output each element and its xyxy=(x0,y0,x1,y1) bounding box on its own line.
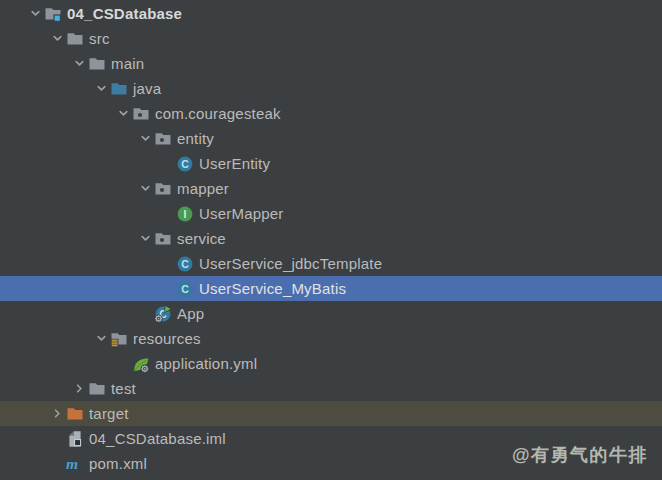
java-class-icon: C xyxy=(176,155,194,173)
svg-text:C: C xyxy=(181,157,189,169)
chevron-right-icon[interactable] xyxy=(70,380,88,398)
tree-item-label: src xyxy=(89,30,110,47)
tree-row-04-csdatabase[interactable]: 04_CSDatabase xyxy=(0,1,662,26)
tree-row-application-yml[interactable]: application.yml xyxy=(0,351,662,376)
package-icon xyxy=(154,130,172,148)
tree-item-label: mapper xyxy=(177,180,229,197)
chevron-down-icon[interactable] xyxy=(136,130,154,148)
tree-row-usermapper[interactable]: IUserMapper xyxy=(0,201,662,226)
tree-row-test[interactable]: test xyxy=(0,376,662,401)
tree-item-label: target xyxy=(89,405,129,422)
chevron-down-icon[interactable] xyxy=(48,30,66,48)
svg-text:m: m xyxy=(66,455,78,472)
chevron-spacer xyxy=(158,155,176,173)
chevron-down-icon[interactable] xyxy=(26,5,44,23)
tree-item-label: application.yml xyxy=(155,355,257,372)
tree-item-label: pom.xml xyxy=(89,455,147,472)
tree-row-service[interactable]: service xyxy=(0,226,662,251)
svg-text:I: I xyxy=(184,207,187,219)
tree-item-label: main xyxy=(111,55,144,72)
package-icon xyxy=(154,180,172,198)
chevron-spacer xyxy=(48,455,66,473)
tree-row-entity[interactable]: entity xyxy=(0,126,662,151)
chevron-right-icon[interactable] xyxy=(48,405,66,423)
tree-item-label: UserService_MyBatis xyxy=(199,280,346,297)
chevron-spacer xyxy=(158,280,176,298)
runnable-class-icon: C xyxy=(154,305,172,323)
tree-item-label: com.couragesteak xyxy=(155,105,281,122)
tree-row-mapper[interactable]: mapper xyxy=(0,176,662,201)
tree-row-main[interactable]: main xyxy=(0,51,662,76)
tree-item-label: 04_CSDatabase.iml xyxy=(89,430,226,447)
chevron-down-icon[interactable] xyxy=(70,55,88,73)
module-file-icon xyxy=(66,430,84,448)
package-icon xyxy=(154,230,172,248)
spring-config-icon xyxy=(132,355,150,373)
svg-text:C: C xyxy=(181,257,189,269)
watermark: @有勇气的牛排 xyxy=(512,443,648,467)
tree-row-src[interactable]: src xyxy=(0,26,662,51)
chevron-down-icon[interactable] xyxy=(136,180,154,198)
tree-item-label: entity xyxy=(177,130,214,147)
tree-item-label: 04_CSDatabase xyxy=(67,5,182,22)
source-folder-icon xyxy=(110,80,128,98)
tree-item-label: App xyxy=(177,305,204,322)
tree-row-target[interactable]: target xyxy=(0,401,662,426)
chevron-spacer xyxy=(136,305,154,323)
folder-icon xyxy=(66,30,84,48)
chevron-spacer xyxy=(158,255,176,273)
svg-text:C: C xyxy=(181,282,189,294)
tree-row-com-couragesteak[interactable]: com.couragesteak xyxy=(0,101,662,126)
folder-icon xyxy=(88,380,106,398)
tree-row-userservice-mybatis[interactable]: CUserService_MyBatis xyxy=(0,276,662,301)
tree-row-java[interactable]: java xyxy=(0,76,662,101)
chevron-spacer xyxy=(158,205,176,223)
package-icon xyxy=(132,105,150,123)
java-class-icon: C xyxy=(176,255,194,273)
tree-item-label: java xyxy=(133,80,161,97)
tree-item-label: UserMapper xyxy=(199,205,284,222)
java-interface-icon: I xyxy=(176,205,194,223)
project-folder-icon xyxy=(44,5,62,23)
folder-icon xyxy=(88,55,106,73)
tree-row-app[interactable]: CApp xyxy=(0,301,662,326)
tree-item-label: UserEntity xyxy=(199,155,270,172)
resources-folder-icon xyxy=(110,330,128,348)
tree-item-label: UserService_jdbcTemplate xyxy=(199,255,382,272)
tree-item-label: test xyxy=(111,380,136,397)
project-tree: 04_CSDatabasesrcmainjavacom.couragesteak… xyxy=(0,0,662,476)
chevron-spacer xyxy=(48,430,66,448)
chevron-down-icon[interactable] xyxy=(136,230,154,248)
excluded-folder-icon xyxy=(66,405,84,423)
tree-row-userservice-jdbctemplate[interactable]: CUserService_jdbcTemplate xyxy=(0,251,662,276)
java-class-icon: C xyxy=(176,280,194,298)
chevron-down-icon[interactable] xyxy=(114,105,132,123)
chevron-spacer xyxy=(114,355,132,373)
chevron-down-icon[interactable] xyxy=(92,330,110,348)
tree-row-resources[interactable]: resources xyxy=(0,326,662,351)
chevron-down-icon[interactable] xyxy=(92,80,110,98)
tree-row-userentity[interactable]: CUserEntity xyxy=(0,151,662,176)
tree-item-label: service xyxy=(177,230,226,247)
tree-item-label: resources xyxy=(133,330,201,347)
maven-icon: m xyxy=(66,455,84,473)
